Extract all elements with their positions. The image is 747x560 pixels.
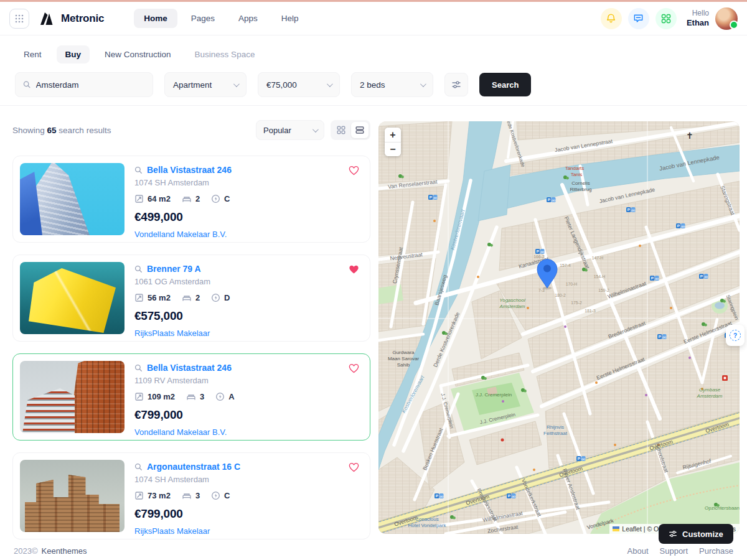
property-photo[interactable] bbox=[20, 361, 125, 433]
beds-value: 3 bbox=[200, 392, 204, 401]
property-card[interactable]: Argonautenstraat 16 C 1074 SH Amsterdam … bbox=[12, 452, 370, 539]
zoom-out-button[interactable]: − bbox=[385, 142, 401, 156]
property-photo[interactable] bbox=[20, 262, 125, 334]
property-price: €499,000 bbox=[134, 210, 363, 224]
map-label: Amsterdam bbox=[499, 304, 525, 309]
map-label: Feithstraat bbox=[543, 431, 568, 436]
nav-home[interactable]: Home bbox=[134, 9, 177, 28]
filter-bar: Rent Buy New Construction Business Space… bbox=[0, 35, 747, 106]
agency-link[interactable]: Vondelland Makelaar B.V. bbox=[134, 427, 363, 437]
header: Metronic Home Pages Apps Help bbox=[0, 2, 747, 35]
area-meta: 56 m2 bbox=[134, 293, 171, 302]
map-label: Gymbase bbox=[699, 387, 721, 393]
list-view-button[interactable] bbox=[351, 122, 369, 138]
search-button[interactable]: Search bbox=[479, 73, 531, 96]
property-title-link[interactable]: Bella Vistastraat 246 bbox=[147, 165, 232, 175]
property-title-link[interactable]: Argonautenstraat 16 C bbox=[147, 462, 240, 472]
tab-buy[interactable]: Buy bbox=[57, 45, 90, 63]
dots-grid-icon bbox=[14, 14, 24, 24]
map-label: Tanis bbox=[571, 172, 583, 177]
beds-value: 2 bbox=[195, 293, 200, 302]
property-card-selected[interactable]: Bella Vistastraat 246 1109 RV Amsterdam … bbox=[12, 353, 370, 441]
nav-pages[interactable]: Pages bbox=[181, 9, 225, 28]
chevron-down-icon bbox=[327, 81, 333, 87]
tab-business-space[interactable]: Business Space bbox=[186, 45, 264, 63]
zoom-in-button[interactable]: + bbox=[385, 128, 401, 142]
beds-select[interactable]: 2 beds bbox=[351, 72, 433, 97]
agency-link[interactable]: Vondelland Makelaar B.V. bbox=[134, 230, 363, 239]
tab-new-construction[interactable]: New Construction bbox=[96, 45, 180, 63]
favorite-button-active[interactable] bbox=[348, 264, 360, 278]
property-title-link[interactable]: Bella Vistastraat 246 bbox=[147, 363, 232, 373]
favorite-button[interactable] bbox=[348, 462, 360, 475]
location-input[interactable] bbox=[36, 80, 145, 90]
footer-link-about[interactable]: About bbox=[627, 546, 649, 556]
bed-icon bbox=[182, 194, 192, 203]
property-address: 1074 SH Amsterdam bbox=[134, 178, 363, 187]
property-meta: 64 m2 2 C bbox=[134, 194, 363, 203]
results-controls: Popular bbox=[256, 120, 370, 140]
notifications-button[interactable] bbox=[601, 8, 622, 29]
energy-icon bbox=[211, 194, 220, 203]
customize-button[interactable]: Customize bbox=[659, 524, 733, 544]
property-card[interactable]: Brenner 79 A 1061 OG Amsterdam 56 m2 bbox=[12, 254, 370, 342]
list-view-icon bbox=[355, 126, 364, 134]
bed-icon bbox=[186, 392, 196, 401]
agency-link[interactable]: RijksPlaats Makelaar bbox=[134, 329, 363, 338]
house-number: 181-3 bbox=[585, 309, 596, 313]
property-card-body: Bella Vistastraat 246 1109 RV Amsterdam … bbox=[125, 361, 363, 433]
footer-link-support[interactable]: Support bbox=[660, 546, 688, 556]
property-address: 1109 RV Amsterdam bbox=[134, 376, 363, 385]
property-type-select[interactable]: Apartment bbox=[164, 72, 247, 97]
property-photo[interactable] bbox=[20, 163, 125, 235]
customize-label: Customize bbox=[682, 530, 723, 539]
property-title-link[interactable]: Brenner 79 A bbox=[147, 264, 201, 274]
energy-value: D bbox=[224, 293, 230, 302]
greeting-name: Ethan bbox=[687, 18, 709, 28]
house-number: 159-2 bbox=[598, 288, 609, 292]
messages-button[interactable] bbox=[628, 8, 649, 29]
property-meta: 109 m2 3 A bbox=[134, 392, 363, 401]
heart-filled-icon bbox=[348, 264, 360, 275]
grid-view-button[interactable] bbox=[332, 122, 350, 138]
energy-icon bbox=[215, 392, 225, 401]
map-label: Cornelis bbox=[571, 180, 590, 186]
price-value: €75,000 bbox=[266, 80, 297, 90]
advanced-filters-button[interactable] bbox=[444, 73, 468, 96]
property-card[interactable]: Bella Vistastraat 246 1074 SH Amsterdam … bbox=[12, 156, 370, 243]
logo[interactable]: Metronic bbox=[39, 11, 104, 26]
footer-link-purchase[interactable]: Purchase bbox=[699, 546, 733, 556]
results-header: Showing 65 search results Popular bbox=[12, 119, 370, 141]
greeting: Hello Ethan bbox=[687, 9, 709, 28]
quick-links-button[interactable] bbox=[655, 8, 677, 29]
nav-apps[interactable]: Apps bbox=[228, 9, 268, 28]
agency-link[interactable]: RijksPlaats Makelaar bbox=[134, 526, 363, 536]
property-photo[interactable] bbox=[20, 460, 125, 532]
price-select[interactable]: €75,000 bbox=[258, 72, 340, 97]
header-actions: Hello Ethan bbox=[601, 7, 738, 30]
map[interactable]: P bbox=[378, 121, 740, 534]
house-number: 170-H bbox=[566, 282, 578, 286]
results-count-text: Showing 65 search results bbox=[12, 126, 111, 135]
greeting-hello: Hello bbox=[687, 9, 709, 18]
avatar[interactable] bbox=[715, 7, 738, 30]
map-label: Conscious bbox=[415, 516, 438, 522]
area-meta: 109 m2 bbox=[134, 392, 175, 401]
area-icon bbox=[134, 491, 144, 500]
beds-meta: 3 bbox=[182, 491, 200, 500]
help-button[interactable]: ? bbox=[726, 325, 745, 346]
results-count: 65 bbox=[47, 126, 57, 135]
beds-meta: 2 bbox=[182, 293, 200, 302]
nav-help[interactable]: Help bbox=[271, 9, 309, 28]
house-number: 154-H bbox=[594, 274, 606, 279]
footer-company-link[interactable]: Keenthemes bbox=[42, 546, 87, 556]
heart-outline-icon bbox=[348, 165, 360, 176]
favorite-button[interactable] bbox=[348, 363, 360, 376]
tab-rent[interactable]: Rent bbox=[15, 45, 50, 63]
property-meta: 73 m2 3 C bbox=[134, 491, 363, 500]
location-search-field[interactable] bbox=[15, 72, 153, 97]
apps-grid-button[interactable] bbox=[9, 9, 29, 29]
sort-select[interactable]: Popular bbox=[256, 120, 324, 140]
beds-value: 2 beds bbox=[360, 80, 385, 90]
favorite-button[interactable] bbox=[348, 165, 360, 179]
